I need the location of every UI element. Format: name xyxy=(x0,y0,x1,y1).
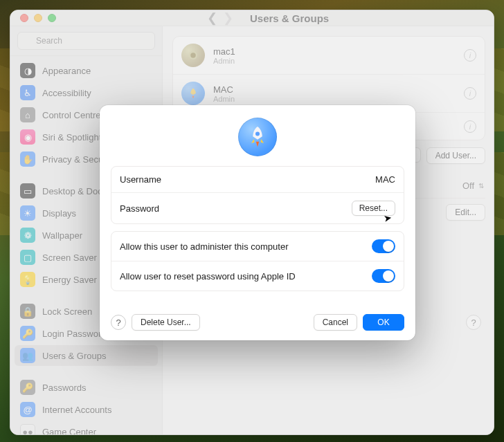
dialog-footer: ? Delete User... Cancel OK xyxy=(111,314,404,331)
delete-user-button[interactable]: Delete User... xyxy=(132,314,200,331)
dialog-permissions-section: Allow this user to administer this compu… xyxy=(111,231,404,291)
username-value: MAC xyxy=(375,174,395,185)
appleid-label: Allow user to reset password using Apple… xyxy=(120,271,296,282)
cancel-button[interactable]: Cancel xyxy=(314,314,357,331)
ok-button[interactable]: OK xyxy=(363,314,404,331)
appleid-toggle-row: Allow user to reset password using Apple… xyxy=(111,261,404,291)
password-row: Password Reset... xyxy=(111,192,404,223)
admin-toggle-row: Allow this user to administer this compu… xyxy=(111,232,404,261)
reset-password-button[interactable]: Reset... xyxy=(352,201,395,216)
admin-label: Allow this user to administer this compu… xyxy=(120,241,288,252)
username-row: Username MAC xyxy=(111,167,404,192)
username-label: Username xyxy=(120,174,161,185)
svg-point-4 xyxy=(255,132,260,136)
password-label: Password xyxy=(120,203,159,214)
user-details-dialog: Username MAC Password Reset... Allow thi… xyxy=(100,105,415,340)
dialog-avatar-icon xyxy=(238,118,277,156)
appleid-toggle[interactable] xyxy=(372,269,395,283)
help-button[interactable]: ? xyxy=(111,315,126,330)
dialog-credentials-section: Username MAC Password Reset... xyxy=(111,166,404,224)
admin-toggle[interactable] xyxy=(372,239,395,253)
